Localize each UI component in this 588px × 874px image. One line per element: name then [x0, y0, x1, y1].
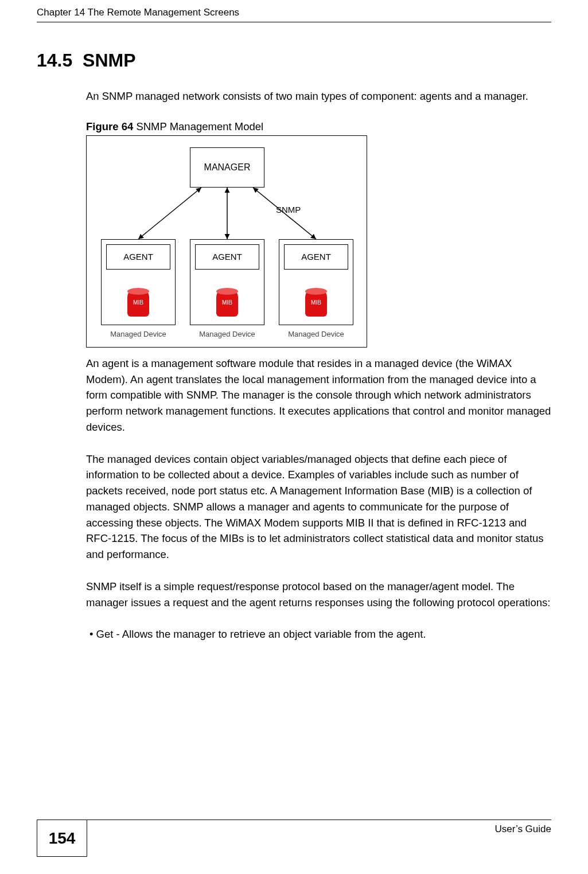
intro-paragraph: An SNMP managed network consists of two …	[86, 88, 551, 104]
agent-label: AGENT	[195, 244, 259, 270]
paragraph-mib-description: The managed devices contain object varia…	[86, 451, 551, 563]
page-footer: 154 User’s Guide	[0, 820, 588, 857]
agent-box-3: AGENT MIB	[279, 239, 353, 325]
paragraph-protocol-intro: SNMP itself is a simple request/response…	[86, 579, 551, 611]
figure-diagram: MANAGER SNMP AGENT MIB AGENT MIB AGENT M…	[86, 135, 367, 348]
agent-box-1: AGENT MIB	[101, 239, 176, 325]
managed-device-label: Managed Device	[101, 330, 176, 338]
managed-device-label: Managed Device	[190, 330, 264, 338]
manager-box: MANAGER	[190, 147, 264, 188]
managed-device-label: Managed Device	[279, 330, 353, 338]
mib-label: MIB	[305, 299, 327, 306]
agent-label: AGENT	[106, 244, 170, 270]
paragraph-agent-description: An agent is a management software module…	[86, 356, 551, 435]
mib-icon: MIB	[216, 291, 238, 317]
figure-caption: Figure 64 SNMP Management Model	[86, 120, 551, 133]
agent-label: AGENT	[284, 244, 348, 270]
section-number: 14.5	[37, 50, 72, 71]
figure-title: SNMP Management Model	[133, 120, 263, 132]
page-number: 154	[37, 820, 87, 857]
footer-guide-label: User’s Guide	[87, 820, 551, 857]
agent-box-2: AGENT MIB	[190, 239, 264, 325]
mib-icon: MIB	[305, 291, 327, 317]
page-header: Chapter 14 The Remote Management Screens	[37, 7, 551, 22]
mib-label: MIB	[127, 299, 149, 306]
figure-number: Figure 64	[86, 120, 133, 132]
chapter-title: Chapter 14 The Remote Management Screens	[37, 7, 239, 18]
bullet-get-operation: • Get - Allows the manager to retrieve a…	[89, 626, 551, 642]
snmp-label: SNMP	[276, 205, 301, 214]
section-title: SNMP	[83, 50, 135, 71]
mib-icon: MIB	[127, 291, 149, 317]
mib-label: MIB	[216, 299, 238, 306]
svg-line-0	[138, 188, 201, 239]
section-heading: 14.5 SNMP	[37, 50, 551, 71]
